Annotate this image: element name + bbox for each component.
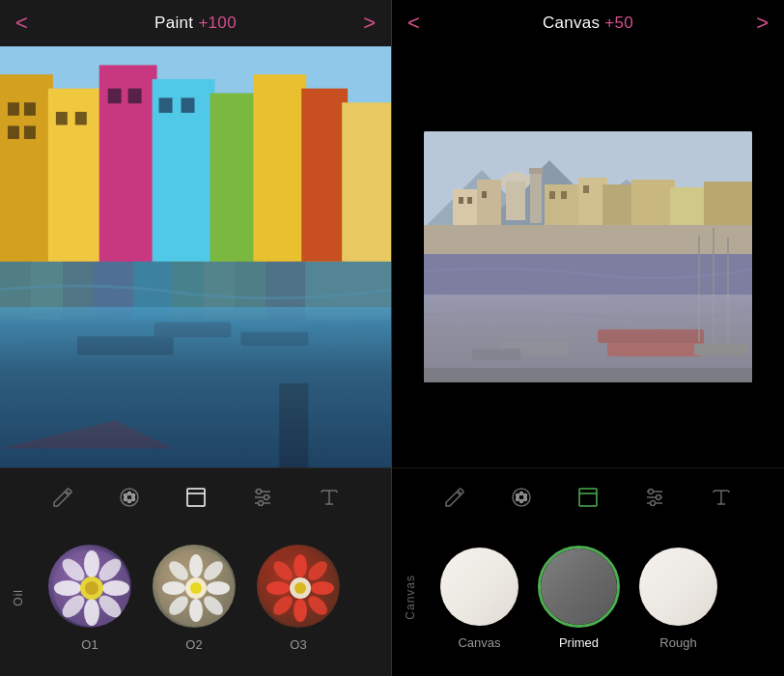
svg-point-112 bbox=[523, 498, 526, 501]
svg-point-122 bbox=[651, 501, 656, 506]
svg-point-67 bbox=[311, 581, 334, 595]
brush-tool-btn[interactable] bbox=[45, 480, 80, 515]
svg-rect-81 bbox=[506, 182, 525, 220]
svg-point-30 bbox=[124, 498, 126, 501]
filter-item-o2[interactable]: O2 bbox=[151, 543, 238, 652]
svg-rect-16 bbox=[128, 89, 142, 104]
left-panel-nav-right[interactable]: > bbox=[363, 13, 376, 34]
right-panel-nav-right[interactable]: > bbox=[756, 13, 769, 34]
svg-rect-83 bbox=[529, 168, 543, 174]
filter-circle-primed[interactable] bbox=[538, 546, 620, 628]
svg-rect-89 bbox=[704, 182, 752, 225]
svg-point-108 bbox=[513, 489, 530, 506]
right-filter-area: Canvas Canvas Primed Ro bbox=[392, 526, 784, 676]
text-tool-btn[interactable] bbox=[312, 480, 347, 515]
svg-point-110 bbox=[519, 493, 522, 495]
filter-circle-canvas[interactable] bbox=[438, 546, 520, 628]
svg-rect-6 bbox=[253, 74, 306, 262]
svg-point-45 bbox=[102, 580, 129, 596]
filter-label-rough: Rough bbox=[659, 635, 696, 650]
svg-rect-103 bbox=[694, 344, 747, 355]
svg-rect-91 bbox=[467, 197, 472, 204]
left-image-area bbox=[0, 46, 391, 467]
svg-rect-9 bbox=[8, 102, 19, 116]
svg-rect-31 bbox=[187, 489, 205, 506]
right-canvas-tool-btn[interactable] bbox=[571, 480, 605, 515]
svg-rect-7 bbox=[301, 89, 348, 262]
svg-point-65 bbox=[294, 599, 307, 622]
svg-rect-97 bbox=[424, 225, 752, 254]
right-brush-tool-btn[interactable] bbox=[437, 480, 472, 515]
svg-rect-87 bbox=[631, 180, 675, 225]
svg-point-54 bbox=[189, 599, 203, 622]
svg-rect-18 bbox=[182, 98, 195, 113]
svg-point-56 bbox=[207, 581, 230, 595]
left-filter-area: Oil bbox=[0, 526, 391, 676]
right-sliders-tool-btn[interactable] bbox=[637, 480, 672, 515]
svg-point-27 bbox=[131, 494, 134, 497]
right-side-label-wrapper: Canvas bbox=[392, 538, 429, 657]
svg-point-28 bbox=[131, 498, 134, 501]
right-panel: < Canvas +50 > bbox=[392, 0, 784, 676]
filter-label-o1: O1 bbox=[81, 637, 98, 652]
svg-rect-10 bbox=[24, 102, 36, 116]
svg-rect-93 bbox=[549, 191, 555, 199]
right-side-label: Canvas bbox=[404, 575, 417, 620]
left-painting bbox=[0, 46, 391, 467]
svg-point-109 bbox=[516, 494, 518, 497]
canvas-tool-btn[interactable] bbox=[179, 480, 213, 515]
left-side-label-wrapper: Oil bbox=[0, 538, 37, 657]
filter-circle-o3[interactable] bbox=[255, 543, 342, 630]
left-panel: < Paint +100 > bbox=[0, 0, 392, 676]
svg-rect-102 bbox=[472, 349, 520, 360]
svg-rect-100 bbox=[598, 329, 704, 343]
svg-point-51 bbox=[85, 581, 98, 595]
svg-point-37 bbox=[264, 495, 268, 500]
sliders-tool-btn[interactable] bbox=[245, 480, 280, 515]
svg-rect-94 bbox=[561, 191, 567, 199]
filter-circle-o1[interactable] bbox=[46, 543, 133, 630]
svg-point-26 bbox=[127, 493, 130, 495]
left-toolbar bbox=[0, 467, 391, 526]
filter-item-primed[interactable]: Primed bbox=[538, 546, 620, 650]
right-toolbar bbox=[392, 467, 784, 526]
svg-rect-21 bbox=[154, 323, 232, 338]
svg-point-64 bbox=[294, 554, 307, 577]
svg-rect-92 bbox=[482, 191, 487, 198]
right-text-tool-btn[interactable] bbox=[704, 480, 739, 515]
svg-point-121 bbox=[657, 495, 661, 500]
filter-circle-o2[interactable] bbox=[151, 543, 238, 630]
filter-item-canvas[interactable]: Canvas bbox=[438, 546, 520, 650]
svg-point-42 bbox=[84, 550, 99, 577]
svg-rect-12 bbox=[24, 126, 36, 139]
left-header: < Paint +100 > bbox=[0, 0, 391, 46]
filter-label-o2: O2 bbox=[185, 637, 202, 652]
svg-rect-95 bbox=[583, 185, 589, 193]
svg-point-43 bbox=[84, 599, 99, 626]
filter-circle-rough[interactable] bbox=[637, 546, 719, 628]
svg-rect-1 bbox=[0, 74, 53, 262]
svg-point-24 bbox=[121, 489, 138, 506]
right-panel-nav-left[interactable]: < bbox=[407, 13, 420, 34]
left-panel-nav-left[interactable]: < bbox=[15, 13, 28, 34]
palette-tool-btn[interactable] bbox=[112, 480, 147, 515]
svg-point-38 bbox=[258, 501, 263, 506]
svg-rect-99 bbox=[607, 339, 704, 356]
right-header: < Canvas +50 > bbox=[392, 0, 784, 46]
svg-rect-101 bbox=[501, 342, 569, 355]
svg-point-36 bbox=[256, 490, 261, 494]
svg-point-73 bbox=[294, 582, 306, 594]
svg-point-120 bbox=[649, 490, 654, 494]
right-palette-tool-btn[interactable] bbox=[504, 480, 539, 515]
filter-item-o1[interactable]: O1 bbox=[46, 543, 133, 652]
svg-point-55 bbox=[162, 581, 185, 595]
left-filter-scroll[interactable]: O1 bbox=[37, 538, 391, 657]
filter-item-o3[interactable]: O3 bbox=[255, 543, 342, 652]
filter-item-rough[interactable]: Rough bbox=[637, 546, 719, 650]
svg-rect-88 bbox=[670, 187, 709, 225]
svg-rect-11 bbox=[8, 126, 19, 139]
right-filter-scroll[interactable]: Canvas Primed Rough bbox=[429, 538, 784, 657]
svg-rect-115 bbox=[579, 489, 597, 506]
svg-rect-23 bbox=[279, 383, 308, 467]
svg-rect-107 bbox=[424, 368, 752, 382]
